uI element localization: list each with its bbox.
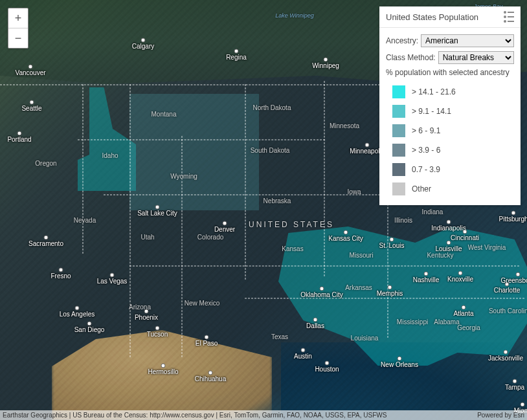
city-dot [87,322,92,326]
city-dot [513,379,517,384]
state-label: Arkansas [345,284,372,291]
city-dot [155,326,160,331]
city-label: St. Louis [379,242,405,249]
city-label: San Diego [74,326,105,333]
city-label: Dallas [306,322,324,329]
city-label: Vancouver [15,69,45,76]
state-label: Montana [151,111,177,118]
state-label: Minnesota [330,122,359,129]
city-dot [458,271,463,276]
city-label: Phoenix [135,314,158,321]
city-label: Calgary [132,43,154,50]
city-label: Regina [226,54,247,61]
state-label: Wyoming [170,173,197,180]
state-label: New Mexico [185,300,219,307]
legend-label: > 3.9 - 6 [412,146,440,155]
legend-panel: United States Population Ancestry: Ameri… [379,6,521,205]
zoom-in-button[interactable]: + [8,8,28,28]
city-label: Knoxville [447,276,473,283]
city-dot [17,131,22,136]
city-label: Hermosillo [148,368,178,375]
state-label: Oregon [35,160,56,167]
city-dot [521,403,525,407]
city-dot [161,364,166,368]
city-dot [462,305,466,310]
city-dot [110,273,115,278]
state-border [82,84,84,254]
attribution-sources: Earthstar Geographics | US Bureau of the… [3,412,387,419]
city-label: Salt Lake City [137,210,177,217]
state-border [245,298,524,299]
class-method-row: Class Method: Natural Breaks [386,51,514,64]
city-label: Austin [294,353,312,360]
city-dot [398,357,402,361]
city-label: Oklahoma City [300,291,343,298]
city-label: Nashville [413,276,440,283]
state-label: Alabama [434,318,459,326]
city-dot [313,318,318,322]
legend-swatch [392,124,405,137]
city-dot [516,272,521,277]
state-label: Louisiana [351,335,379,342]
city-dot [30,100,34,105]
city-dot [463,230,467,234]
city-dot [365,143,370,148]
legend-toggle-icon[interactable] [504,12,514,22]
legend-label: Other [412,184,431,193]
city-label: Tampa [505,384,524,391]
city-dot [390,238,394,242]
ancestry-label: Ancestry: [386,36,418,45]
city-dot [234,49,239,54]
city-label: Jacksonville [488,355,523,362]
city-label: Indianapolis [431,225,465,232]
city-label: Pittsburgh [499,216,527,223]
legend-list: > 14.1 - 21.6> 9.1 - 14.1> 6 - 9.1> 3.9 … [386,82,514,199]
zoom-out-button[interactable]: − [8,28,28,48]
choropleth-mt-wy [129,94,259,210]
lake-label: Lake Winnipeg [275,12,313,19]
city-dot [424,272,429,276]
state-label: Iowa [347,188,361,195]
state-label: Kentucky [427,252,453,259]
state-label: Indiana [422,208,443,216]
legend-swatch [392,85,405,98]
city-dot [141,38,146,43]
state-label: Utah [140,234,154,241]
attribution-esri[interactable]: Powered by Esri [477,412,524,419]
legend-label: > 9.1 - 14.1 [412,107,451,116]
legend-label: 0.7 - 3.9 [412,165,440,174]
legend-item: > 6 - 9.1 [386,121,514,140]
ancestry-select[interactable]: American [421,34,514,47]
state-label: Kansas [282,245,303,252]
state-border [181,136,183,357]
legend-item: > 9.1 - 14.1 [386,102,514,121]
state-label: South Carolina [489,307,527,315]
city-label: Winnipeg [312,62,339,69]
city-label: El Paso [196,340,218,347]
city-label: Sacramento [28,240,63,247]
city-dot [155,205,160,210]
city-dot [320,287,324,291]
state-label: Colorado [197,234,224,241]
state-label: Missouri [349,252,373,259]
city-dot [301,348,306,353]
city-dot [511,211,516,216]
city-label: Memphis [377,290,403,297]
state-border [78,139,325,140]
city-dot [324,58,328,62]
city-label: Houston [315,366,339,373]
city-dot [144,309,149,314]
class-method-select[interactable]: Natural Breaks [438,51,514,64]
panel-body: Ancestry: American Class Method: Natural… [379,28,521,205]
legend-item: > 14.1 - 21.6 [386,82,514,102]
city-dot [344,230,348,235]
state-label: Nevada [74,217,96,224]
state-border [245,84,246,280]
state-label: North Dakota [253,104,291,111]
state-border [129,84,131,357]
city-dot [28,65,33,69]
ancestry-row: Ancestry: American [386,34,514,47]
city-label: Denver [214,226,235,233]
city-dot [208,371,213,375]
state-label: Illinois [394,217,412,224]
